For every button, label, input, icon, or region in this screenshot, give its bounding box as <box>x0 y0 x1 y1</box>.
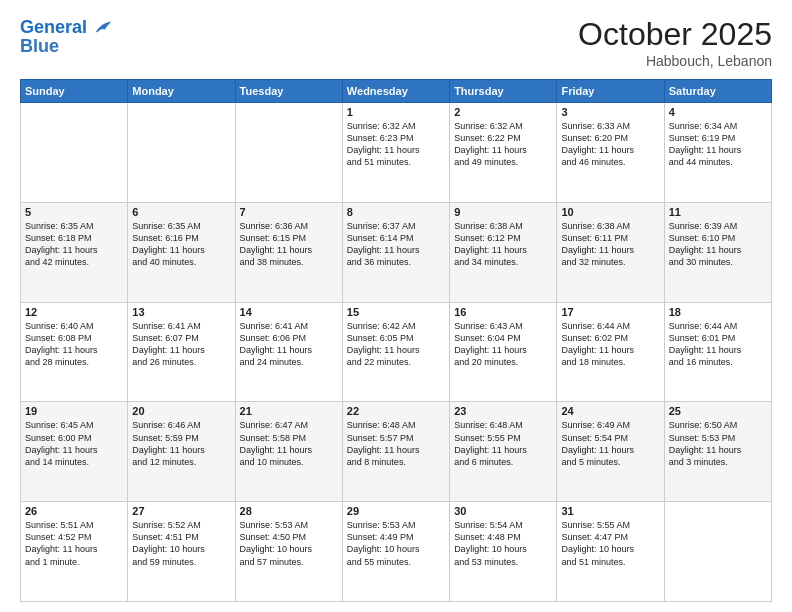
calendar-table: SundayMondayTuesdayWednesdayThursdayFrid… <box>20 79 772 602</box>
day-cell: 6Sunrise: 6:35 AM Sunset: 6:16 PM Daylig… <box>128 202 235 302</box>
day-number: 26 <box>25 505 123 517</box>
day-cell: 13Sunrise: 6:41 AM Sunset: 6:07 PM Dayli… <box>128 302 235 402</box>
day-cell: 25Sunrise: 6:50 AM Sunset: 5:53 PM Dayli… <box>664 402 771 502</box>
day-info: Sunrise: 5:52 AM Sunset: 4:51 PM Dayligh… <box>132 519 230 568</box>
day-number: 8 <box>347 206 445 218</box>
day-cell: 1Sunrise: 6:32 AM Sunset: 6:23 PM Daylig… <box>342 103 449 203</box>
weekday-header-monday: Monday <box>128 80 235 103</box>
day-info: Sunrise: 6:44 AM Sunset: 6:01 PM Dayligh… <box>669 320 767 369</box>
day-number: 19 <box>25 405 123 417</box>
day-info: Sunrise: 6:37 AM Sunset: 6:14 PM Dayligh… <box>347 220 445 269</box>
day-cell: 14Sunrise: 6:41 AM Sunset: 6:06 PM Dayli… <box>235 302 342 402</box>
day-info: Sunrise: 6:42 AM Sunset: 6:05 PM Dayligh… <box>347 320 445 369</box>
day-cell: 9Sunrise: 6:38 AM Sunset: 6:12 PM Daylig… <box>450 202 557 302</box>
day-number: 5 <box>25 206 123 218</box>
day-cell: 19Sunrise: 6:45 AM Sunset: 6:00 PM Dayli… <box>21 402 128 502</box>
day-info: Sunrise: 5:54 AM Sunset: 4:48 PM Dayligh… <box>454 519 552 568</box>
week-row-0: 1Sunrise: 6:32 AM Sunset: 6:23 PM Daylig… <box>21 103 772 203</box>
day-number: 2 <box>454 106 552 118</box>
day-info: Sunrise: 6:50 AM Sunset: 5:53 PM Dayligh… <box>669 419 767 468</box>
weekday-header-wednesday: Wednesday <box>342 80 449 103</box>
day-cell <box>128 103 235 203</box>
day-info: Sunrise: 6:44 AM Sunset: 6:02 PM Dayligh… <box>561 320 659 369</box>
weekday-header-tuesday: Tuesday <box>235 80 342 103</box>
day-info: Sunrise: 6:38 AM Sunset: 6:11 PM Dayligh… <box>561 220 659 269</box>
day-cell: 10Sunrise: 6:38 AM Sunset: 6:11 PM Dayli… <box>557 202 664 302</box>
day-number: 13 <box>132 306 230 318</box>
day-number: 3 <box>561 106 659 118</box>
weekday-header-friday: Friday <box>557 80 664 103</box>
day-cell: 29Sunrise: 5:53 AM Sunset: 4:49 PM Dayli… <box>342 502 449 602</box>
day-number: 28 <box>240 505 338 517</box>
calendar: SundayMondayTuesdayWednesdayThursdayFrid… <box>20 79 772 602</box>
day-number: 31 <box>561 505 659 517</box>
day-info: Sunrise: 6:35 AM Sunset: 6:18 PM Dayligh… <box>25 220 123 269</box>
day-cell <box>235 103 342 203</box>
day-info: Sunrise: 6:48 AM Sunset: 5:55 PM Dayligh… <box>454 419 552 468</box>
weekday-header-row: SundayMondayTuesdayWednesdayThursdayFrid… <box>21 80 772 103</box>
day-info: Sunrise: 6:38 AM Sunset: 6:12 PM Dayligh… <box>454 220 552 269</box>
day-number: 6 <box>132 206 230 218</box>
week-row-1: 5Sunrise: 6:35 AM Sunset: 6:18 PM Daylig… <box>21 202 772 302</box>
day-cell: 4Sunrise: 6:34 AM Sunset: 6:19 PM Daylig… <box>664 103 771 203</box>
weekday-header-sunday: Sunday <box>21 80 128 103</box>
day-number: 23 <box>454 405 552 417</box>
day-info: Sunrise: 6:40 AM Sunset: 6:08 PM Dayligh… <box>25 320 123 369</box>
day-cell: 27Sunrise: 5:52 AM Sunset: 4:51 PM Dayli… <box>128 502 235 602</box>
day-info: Sunrise: 6:46 AM Sunset: 5:59 PM Dayligh… <box>132 419 230 468</box>
day-cell: 22Sunrise: 6:48 AM Sunset: 5:57 PM Dayli… <box>342 402 449 502</box>
day-info: Sunrise: 6:32 AM Sunset: 6:22 PM Dayligh… <box>454 120 552 169</box>
logo-bird-icon <box>89 16 113 40</box>
day-number: 9 <box>454 206 552 218</box>
day-cell: 17Sunrise: 6:44 AM Sunset: 6:02 PM Dayli… <box>557 302 664 402</box>
day-info: Sunrise: 6:41 AM Sunset: 6:07 PM Dayligh… <box>132 320 230 369</box>
day-cell: 31Sunrise: 5:55 AM Sunset: 4:47 PM Dayli… <box>557 502 664 602</box>
day-info: Sunrise: 6:41 AM Sunset: 6:06 PM Dayligh… <box>240 320 338 369</box>
month-title: October 2025 <box>578 16 772 53</box>
day-info: Sunrise: 6:39 AM Sunset: 6:10 PM Dayligh… <box>669 220 767 269</box>
day-number: 14 <box>240 306 338 318</box>
day-number: 11 <box>669 206 767 218</box>
day-cell: 18Sunrise: 6:44 AM Sunset: 6:01 PM Dayli… <box>664 302 771 402</box>
day-cell: 11Sunrise: 6:39 AM Sunset: 6:10 PM Dayli… <box>664 202 771 302</box>
day-info: Sunrise: 6:34 AM Sunset: 6:19 PM Dayligh… <box>669 120 767 169</box>
day-info: Sunrise: 5:51 AM Sunset: 4:52 PM Dayligh… <box>25 519 123 568</box>
day-cell: 24Sunrise: 6:49 AM Sunset: 5:54 PM Dayli… <box>557 402 664 502</box>
day-cell: 23Sunrise: 6:48 AM Sunset: 5:55 PM Dayli… <box>450 402 557 502</box>
day-number: 18 <box>669 306 767 318</box>
day-number: 20 <box>132 405 230 417</box>
day-number: 15 <box>347 306 445 318</box>
week-row-2: 12Sunrise: 6:40 AM Sunset: 6:08 PM Dayli… <box>21 302 772 402</box>
day-number: 29 <box>347 505 445 517</box>
day-cell: 16Sunrise: 6:43 AM Sunset: 6:04 PM Dayli… <box>450 302 557 402</box>
title-block: October 2025 Habbouch, Lebanon <box>578 16 772 69</box>
day-info: Sunrise: 6:33 AM Sunset: 6:20 PM Dayligh… <box>561 120 659 169</box>
location: Habbouch, Lebanon <box>578 53 772 69</box>
day-cell: 26Sunrise: 5:51 AM Sunset: 4:52 PM Dayli… <box>21 502 128 602</box>
day-info: Sunrise: 5:55 AM Sunset: 4:47 PM Dayligh… <box>561 519 659 568</box>
day-cell: 12Sunrise: 6:40 AM Sunset: 6:08 PM Dayli… <box>21 302 128 402</box>
day-number: 22 <box>347 405 445 417</box>
day-cell <box>21 103 128 203</box>
day-info: Sunrise: 6:49 AM Sunset: 5:54 PM Dayligh… <box>561 419 659 468</box>
day-cell: 5Sunrise: 6:35 AM Sunset: 6:18 PM Daylig… <box>21 202 128 302</box>
week-row-4: 26Sunrise: 5:51 AM Sunset: 4:52 PM Dayli… <box>21 502 772 602</box>
day-cell <box>664 502 771 602</box>
day-info: Sunrise: 6:32 AM Sunset: 6:23 PM Dayligh… <box>347 120 445 169</box>
day-info: Sunrise: 6:48 AM Sunset: 5:57 PM Dayligh… <box>347 419 445 468</box>
week-row-3: 19Sunrise: 6:45 AM Sunset: 6:00 PM Dayli… <box>21 402 772 502</box>
day-number: 16 <box>454 306 552 318</box>
day-cell: 21Sunrise: 6:47 AM Sunset: 5:58 PM Dayli… <box>235 402 342 502</box>
day-info: Sunrise: 6:35 AM Sunset: 6:16 PM Dayligh… <box>132 220 230 269</box>
day-cell: 3Sunrise: 6:33 AM Sunset: 6:20 PM Daylig… <box>557 103 664 203</box>
day-number: 24 <box>561 405 659 417</box>
day-info: Sunrise: 5:53 AM Sunset: 4:50 PM Dayligh… <box>240 519 338 568</box>
day-number: 10 <box>561 206 659 218</box>
day-info: Sunrise: 6:36 AM Sunset: 6:15 PM Dayligh… <box>240 220 338 269</box>
day-cell: 7Sunrise: 6:36 AM Sunset: 6:15 PM Daylig… <box>235 202 342 302</box>
day-cell: 20Sunrise: 6:46 AM Sunset: 5:59 PM Dayli… <box>128 402 235 502</box>
weekday-header-thursday: Thursday <box>450 80 557 103</box>
day-number: 25 <box>669 405 767 417</box>
day-number: 12 <box>25 306 123 318</box>
day-cell: 28Sunrise: 5:53 AM Sunset: 4:50 PM Dayli… <box>235 502 342 602</box>
